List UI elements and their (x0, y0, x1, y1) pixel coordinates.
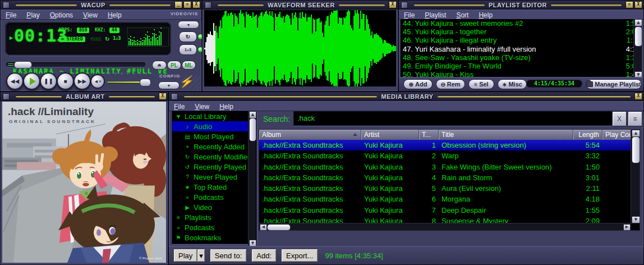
menu-item-view[interactable]: View (78, 11, 103, 19)
seek-thumb[interactable] (14, 61, 32, 68)
playlist-row[interactable]: 48. See-Saw - Yasashii yoake (TV-size)1:… (401, 53, 642, 62)
table-row[interactable]: .hack//Extra SoundtracksYuki Kajiura7Dee… (259, 205, 631, 216)
tree-item-local-library[interactable]: ▼Local Library (172, 111, 256, 121)
playlist-row[interactable]: 49. Emily Bindiger - The World5:02 (401, 62, 642, 70)
misc-button[interactable]: ∗Misc (498, 79, 527, 89)
video-vis-dropdown-button[interactable]: ▼ (178, 21, 199, 29)
menu-item-help[interactable]: Help (214, 103, 238, 111)
resize-grip[interactable] (181, 76, 200, 90)
album-art-window-icon[interactable] (3, 93, 10, 100)
playlist-track-list[interactable]: 44. Yuki Kajiura - sweet memories #21:54… (401, 19, 642, 79)
playlist-row[interactable]: 47. Yuri Kasahara - liminality #full ver… (401, 45, 642, 53)
clear-search-button[interactable]: X (612, 111, 627, 126)
table-vscroll-thumb[interactable] (632, 136, 640, 163)
scroll-left-icon[interactable]: ◀ (260, 224, 267, 231)
add-button[interactable]: ⊕Add (403, 79, 433, 89)
mute-button[interactable]: ◄× (90, 74, 105, 89)
table-vertical-scrollbar[interactable]: ▲ ▼ (631, 130, 640, 223)
waveform-canvas[interactable] (204, 10, 396, 86)
playlist-toggle-button[interactable]: PL (167, 61, 181, 70)
close-button[interactable]: X (159, 93, 167, 100)
playlist-row[interactable]: 45. Yuki Kajiura - together2:03 (401, 28, 642, 36)
player-titlebar[interactable]: WACUP _ = X (1, 1, 201, 10)
select-button[interactable]: ≡Sel (468, 79, 494, 89)
remove-button[interactable]: ⊖Rem (436, 79, 465, 89)
table-row[interactable]: .hack//Extra SoundtracksYuki Kajiura8Sus… (259, 216, 631, 223)
tree-item-recently-added[interactable]: +Recently Added (172, 141, 256, 152)
minimize-button[interactable]: _ (174, 1, 182, 8)
column-header-title[interactable]: Title (439, 130, 573, 140)
column-header-playcou[interactable]: Play Cou (602, 130, 634, 140)
tree-item-audio[interactable]: ♪Audio (172, 121, 256, 131)
table-hscroll-thumb[interactable] (267, 224, 291, 231)
tree-item-recently-played[interactable]: ↺Recently Played (172, 162, 256, 172)
playlist-time-display[interactable]: 4:15/4:35:34 (526, 80, 582, 88)
media-library-toggle-button[interactable]: ML (182, 61, 196, 70)
menu-item-help[interactable]: Help (103, 11, 127, 19)
playlist-window-icon[interactable] (401, 2, 408, 8)
table-row[interactable]: .hack//Extra SoundtracksYuki Kajiura6Mor… (259, 194, 631, 204)
menu-item-options[interactable]: Options (45, 11, 78, 19)
tree-item-top-rated[interactable]: ★Top Rated (172, 182, 256, 192)
close-button[interactable]: X (634, 1, 642, 8)
menu-item-play[interactable]: Play (21, 11, 44, 19)
manage-playlist-button[interactable]: Manage Playlist (586, 79, 642, 89)
tree-item-most-played[interactable]: ▤Most Played (172, 131, 256, 141)
media-library-titlebar[interactable]: MEDIA LIBRARY X (169, 92, 643, 101)
repeat-button[interactable]: ↻ (179, 31, 197, 42)
tree-item-video[interactable]: ▶Video (172, 202, 256, 212)
table-row[interactable]: .hack//Extra SoundtracksYuki Kajiura1Obs… (259, 140, 631, 150)
close-button[interactable]: X (192, 1, 200, 8)
stop-button[interactable]: ■ (57, 72, 74, 90)
menu-item-sort[interactable]: Sort (451, 11, 473, 19)
search-options-button[interactable]: ≡ (628, 111, 642, 126)
column-header-artist[interactable]: Artist (361, 130, 419, 140)
menu-item-playlist[interactable]: Playlist (420, 11, 451, 19)
waveform-titlebar[interactable]: WAVEFORM SEEKER X (203, 1, 398, 10)
menu-item-file[interactable]: File (1, 11, 21, 19)
tree-scroll-thumb[interactable] (249, 118, 256, 141)
tree-item-podcasts[interactable]: »Podcasts (172, 222, 256, 232)
search-input[interactable]: .hack (293, 111, 617, 126)
playlist-row[interactable]: 46. Yuki Kajiura - illegal entry1:11 (401, 36, 642, 44)
menu-item-view[interactable]: View (190, 103, 214, 111)
tree-item-playlists[interactable]: ≡Playlists (172, 212, 256, 222)
shade-button[interactable]: = (183, 1, 191, 8)
send-to-button[interactable]: Send to: (210, 249, 247, 262)
eject-button[interactable]: ⏏ (152, 61, 167, 70)
album-art-titlebar[interactable]: ALBUM ART X (1, 92, 168, 101)
scroll-up-icon[interactable]: ▲ (634, 19, 642, 26)
previous-button[interactable]: ◀◀ (6, 72, 24, 90)
play-button[interactable]: Play (173, 249, 197, 262)
playlist-scrollbar[interactable]: ▲ ▼ (633, 19, 642, 79)
table-row[interactable]: .hack//Extra SoundtracksYuki Kajiura4Rai… (259, 172, 631, 183)
tree-scrollbar[interactable]: ▲ ▼ (248, 111, 256, 247)
menu-item-file[interactable]: File (169, 103, 190, 111)
tree-item-recently-modified[interactable]: ↻Recently Modified (172, 152, 256, 162)
table-row[interactable]: .hack//Extra SoundtracksYuki Kajiura5Aur… (259, 183, 631, 194)
export-button[interactable]: Export... (281, 249, 318, 262)
tree-item-podcasts[interactable]: »Podcasts (172, 192, 256, 202)
play-dropdown-button[interactable]: ▾ (197, 249, 205, 262)
scroll-down-icon[interactable]: ▼ (632, 216, 640, 223)
menu-item-file[interactable]: File (399, 11, 420, 19)
shade-button[interactable]: = (625, 1, 633, 8)
close-button[interactable]: X (389, 1, 397, 8)
volume-thumb[interactable] (140, 79, 151, 86)
table-rows[interactable]: .hack//Extra SoundtracksYuki Kajiura1Obs… (259, 140, 631, 223)
seek-bar[interactable] (6, 62, 145, 67)
media-library-window-icon[interactable] (171, 93, 178, 100)
pause-button[interactable]: ❚❚ (40, 72, 57, 90)
playlist-scroll-thumb[interactable] (634, 26, 642, 47)
table-row[interactable]: .hack//Extra SoundtracksYuki Kajiura2War… (259, 150, 631, 161)
waveform-window-icon[interactable] (205, 2, 211, 8)
column-header-t[interactable]: T... (419, 130, 439, 140)
config-dropdown-button[interactable]: ▼ (158, 81, 180, 89)
tree-item-never-played[interactable]: ?Never Played (172, 172, 256, 182)
playlist-row[interactable]: 44. Yuki Kajiura - sweet memories #21:54 (401, 19, 642, 28)
play-button[interactable] (23, 72, 40, 90)
add-button[interactable]: Add: (251, 249, 277, 262)
scroll-right-icon[interactable]: ▶ (623, 224, 631, 231)
column-header-length[interactable]: Length (573, 130, 602, 140)
library-tree[interactable]: ▼Local Library♪Audio▤Most Played+Recentl… (172, 111, 257, 244)
